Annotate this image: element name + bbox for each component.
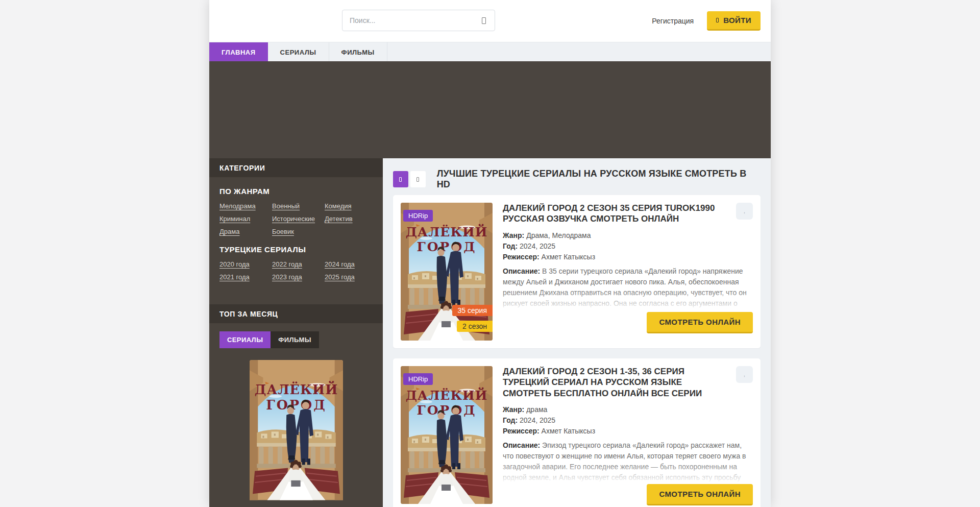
card-meta: Жанр: Драма, Мелодрама Год: 2024, 2025 Р… xyxy=(503,231,753,261)
list-view-icon xyxy=(416,177,419,182)
year-link[interactable]: 2023 года xyxy=(272,273,325,281)
search-box xyxy=(342,10,495,31)
card-actions: СМОТРЕТЬ ОНЛАЙН xyxy=(503,312,753,333)
year-link[interactable]: 2024 года xyxy=(325,260,373,268)
genres-title: ПО ЖАНРАМ xyxy=(219,187,373,196)
top-month-header: ТОП ЗА МЕСЯЦ xyxy=(209,304,383,323)
svg-text:ГОРОД: ГОРОД xyxy=(417,403,477,418)
genre-label: Жанр: xyxy=(503,405,524,414)
genre-link[interactable]: Мелодрама xyxy=(219,202,272,210)
director-value: Ахмет Катыксыз xyxy=(542,253,595,261)
genre-link[interactable]: Драма xyxy=(219,228,272,235)
years-links: 2020 года 2022 года 2024 года 2021 года … xyxy=(219,260,373,281)
categories-header: КАТЕГОРИИ xyxy=(209,158,383,177)
nav-tab-home[interactable]: ГЛАВНАЯ xyxy=(209,42,268,62)
genres-section: ПО ЖАНРАМ Мелодрама Военный Комедия Крим… xyxy=(209,177,383,235)
card-description: Описание: В 35 серии турецкого сериала «… xyxy=(503,266,753,311)
ad-banner xyxy=(209,61,771,158)
nav-tab-series[interactable]: СЕРИАЛЫ xyxy=(268,42,329,62)
search-button[interactable] xyxy=(475,12,493,29)
grid-view-icon xyxy=(399,177,402,182)
list-view-button[interactable] xyxy=(410,171,426,187)
card-title[interactable]: ДАЛЕКИЙ ГОРОД 2 СЕЗОН 1-35, 36 СЕРИЯ ТУР… xyxy=(503,366,717,399)
card-body: ДАЛЕКИЙ ГОРОД 2 СЕЗОН 1-35, 36 СЕРИЯ ТУР… xyxy=(503,366,753,505)
main-nav: ГЛАВНАЯ СЕРИАЛЫ ФИЛЬМЫ xyxy=(209,42,771,61)
year-label: Год: xyxy=(503,416,518,424)
bookmark-icon: , xyxy=(744,372,745,377)
season-badge: 2 сезон xyxy=(457,321,493,332)
series-card: ДАЛЁКИЙ ГОРОД HDRip xyxy=(393,358,761,507)
bookmark-button[interactable]: , xyxy=(736,366,753,383)
site-page: Регистрация ВОЙТИ ГЛАВНАЯ СЕРИАЛЫ ФИЛЬМЫ… xyxy=(209,0,771,507)
quality-badge: HDRip xyxy=(403,373,433,385)
card-description: Описание: Эпизод турецкого сериала «Дале… xyxy=(503,440,753,483)
quality-badge: HDRip xyxy=(403,210,433,222)
nav-tab-films[interactable]: ФИЛЬМЫ xyxy=(329,42,387,62)
svg-text:ГОРОД: ГОРОД xyxy=(417,239,477,254)
sidebar: КАТЕГОРИИ ПО ЖАНРАМ Мелодрама Военный Ко… xyxy=(209,158,383,507)
site-header: Регистрация ВОЙТИ xyxy=(209,0,771,42)
register-link[interactable]: Регистрация xyxy=(652,17,694,25)
poster-image: ДАЛЁКИЙ ГОРОД xyxy=(250,360,343,500)
watch-online-button[interactable]: СМОТРЕТЬ ОНЛАЙН xyxy=(647,484,753,505)
description-label: Описание: xyxy=(503,441,540,449)
director-label: Режиссер: xyxy=(503,253,540,261)
svg-text:ГОРОД: ГОРОД xyxy=(266,397,327,413)
top-month-poster[interactable]: ДАЛЁКИЙ ГОРОД xyxy=(250,360,343,502)
year-link[interactable]: 2025 года xyxy=(325,273,373,281)
bookmark-icon: , xyxy=(744,208,745,214)
login-button[interactable]: ВОЙТИ xyxy=(707,11,761,31)
main-content: ЛУЧШИЕ ТУРЕЦКИЕ СЕРИАЛЫ НА РУССКОМ ЯЗЫКЕ… xyxy=(383,158,771,507)
director-label: Режиссер: xyxy=(503,427,540,435)
year-link[interactable]: 2021 года xyxy=(219,273,272,281)
genre-value: драма xyxy=(526,405,547,414)
years-section: ТУРЕЦКИЕ СЕРИАЛЫ 2020 года 2022 года 202… xyxy=(209,235,383,281)
section-header: ЛУЧШИЕ ТУРЕЦКИЕ СЕРИАЛЫ НА РУССКОМ ЯЗЫКЕ… xyxy=(393,168,761,190)
director-value: Ахмет Катыксыз xyxy=(542,427,595,435)
genre-link[interactable]: Боевик xyxy=(272,228,325,235)
grid-view-button[interactable] xyxy=(393,171,408,187)
year-value: 2024, 2025 xyxy=(520,416,555,424)
card-poster[interactable]: ДАЛЁКИЙ ГОРОД HDRip xyxy=(401,366,493,504)
genre-link[interactable]: Комедия xyxy=(325,202,373,210)
card-poster[interactable]: ДАЛЁКИЙ ГОРОД HDRip 35 серия xyxy=(401,203,493,341)
top-month-tabs: СЕРИАЛЫ ФИЛЬМЫ xyxy=(209,323,383,348)
card-body: ДАЛЕКИЙ ГОРОД 2 СЕЗОН 35 СЕРИЯ TUROK1990… xyxy=(503,203,753,341)
year-link[interactable]: 2020 года xyxy=(219,260,272,268)
poster-image: ДАЛЁКИЙ ГОРОД xyxy=(401,366,493,504)
card-actions: СМОТРЕТЬ ОНЛАЙН xyxy=(503,484,753,505)
description-label: Описание: xyxy=(503,267,540,275)
genres-links: Мелодрама Военный Комедия Криминал Истор… xyxy=(219,202,373,235)
genre-value: Драма, Мелодрама xyxy=(526,231,591,239)
card-title[interactable]: ДАЛЕКИЙ ГОРОД 2 СЕЗОН 35 СЕРИЯ TUROK1990… xyxy=(503,203,717,225)
card-meta: Жанр: драма Год: 2024, 2025 Режиссер: Ах… xyxy=(503,405,753,435)
top-month-item: 1 Далекий город 2 сезон 1-35, 36 серия xyxy=(209,502,383,507)
year-link[interactable]: 2022 года xyxy=(272,260,325,268)
login-label: ВОЙТИ xyxy=(723,16,751,25)
page-title: ЛУЧШИЕ ТУРЕЦКИЕ СЕРИАЛЫ НА РУССКОМ ЯЗЫКЕ… xyxy=(437,168,761,190)
search-icon xyxy=(482,17,486,24)
genre-label: Жанр: xyxy=(503,231,524,239)
bookmark-button[interactable]: , xyxy=(736,203,753,220)
watch-online-button[interactable]: СМОТРЕТЬ ОНЛАЙН xyxy=(647,312,753,333)
years-title: ТУРЕЦКИЕ СЕРИАЛЫ xyxy=(219,245,373,254)
genre-link[interactable]: Криминал xyxy=(219,215,272,223)
genre-link[interactable]: Исторические xyxy=(272,215,325,223)
search-input[interactable] xyxy=(342,10,495,31)
login-icon xyxy=(716,18,719,22)
header-actions: Регистрация ВОЙТИ xyxy=(652,0,761,42)
top-tab-series[interactable]: СЕРИАЛЫ xyxy=(219,331,271,348)
genre-link[interactable]: Военный xyxy=(272,202,325,210)
series-card: ДАЛЁКИЙ ГОРОД HDRip 35 серия xyxy=(393,195,761,348)
genre-link[interactable]: Детектив xyxy=(325,215,373,223)
content-columns: КАТЕГОРИИ ПО ЖАНРАМ Мелодрама Военный Ко… xyxy=(209,158,771,507)
year-value: 2024, 2025 xyxy=(520,242,555,250)
poster-image: ДАЛЁКИЙ ГОРОД xyxy=(401,203,493,341)
year-label: Год: xyxy=(503,242,518,250)
episode-badge: 35 серия xyxy=(452,305,493,316)
top-tab-films[interactable]: ФИЛЬМЫ xyxy=(271,331,319,348)
